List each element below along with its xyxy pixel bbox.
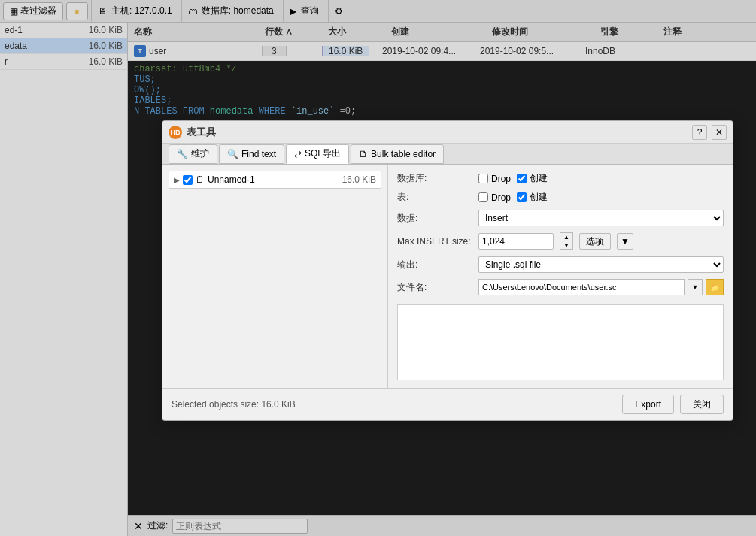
data-select[interactable]: Insert Replace Ignore Delete — [478, 210, 724, 226]
output-select[interactable]: Single .sql file Multiple .sql files — [478, 256, 724, 273]
table-create-group: 创建 — [517, 191, 548, 204]
dialog-tree-item[interactable]: ▶ 🗒 Unnamed-1 16.0 KiB — [169, 171, 381, 189]
form-table-label: 表: — [397, 191, 472, 204]
dialog-body: ▶ 🗒 Unnamed-1 16.0 KiB 数据库: Drop — [162, 165, 733, 388]
tab-maintenance[interactable]: 🔧 维护 — [169, 144, 217, 164]
table-drop-label: Drop — [491, 192, 511, 203]
file-dropdown-btn[interactable]: ▼ — [688, 279, 703, 295]
dialog-right-panel: 数据库: Drop 创建 表: — [388, 165, 733, 388]
db-create-group: 创建 — [517, 172, 548, 185]
spinner-up-btn[interactable]: ▲ — [560, 233, 572, 241]
footer-buttons: Export 关闭 — [622, 395, 724, 414]
expand-arrow-icon[interactable]: ▶ — [174, 176, 180, 184]
tab-sql-export[interactable]: ⇄ SQL导出 — [286, 144, 349, 164]
search-icon-tab: 🔍 — [227, 149, 238, 159]
file-input-row: ▼ 📁 — [478, 279, 724, 295]
form-db-controls: Drop 创建 — [478, 172, 724, 185]
options-btn[interactable]: 选项 — [579, 233, 611, 250]
dialog-title: 表工具 — [187, 126, 688, 139]
form-output-label: 输出: — [397, 259, 472, 271]
dialog-left-panel: ▶ 🗒 Unnamed-1 16.0 KiB — [162, 165, 388, 388]
form-db-label: 数据库: — [397, 172, 472, 185]
table-icon-tree: 🗒 — [196, 174, 205, 185]
table-create-checkbox[interactable] — [517, 192, 527, 202]
form-row-database: 数据库: Drop 创建 — [397, 172, 724, 185]
form-row-data: 数据: Insert Replace Ignore Delete — [397, 210, 724, 226]
selected-objects-info: Selected objects size: 16.0 KiB — [172, 399, 296, 410]
dialog-tabs: 🔧 维护 🔍 Find text ⇄ SQL导出 🗋 Bulk table ed… — [162, 144, 733, 165]
form-row-max-insert: Max INSERT size: ▲ ▼ 选项 ▼ — [397, 232, 724, 250]
table-create-label: 创建 — [530, 191, 548, 204]
tree-item-name: Unnamed-1 — [208, 174, 255, 185]
form-row-table: 表: Drop 创建 — [397, 191, 724, 204]
options-dropdown-btn[interactable]: ▼ — [617, 233, 633, 250]
db-drop-group: Drop — [478, 174, 511, 184]
form-file-label: 文件名: — [397, 281, 472, 294]
form-table-controls: Drop 创建 — [478, 191, 724, 204]
dialog-close-btn[interactable]: ✕ — [712, 125, 727, 140]
tree-item-checkbox[interactable] — [183, 175, 193, 185]
dialog-footer: Selected objects size: 16.0 KiB Export 关… — [162, 388, 733, 420]
form-max-insert-label: Max INSERT size: — [397, 236, 472, 247]
spinner-down-btn[interactable]: ▼ — [560, 241, 572, 250]
tab-bulk-editor[interactable]: 🗋 Bulk table editor — [351, 144, 444, 164]
tree-item-size: 16.0 KiB — [342, 174, 376, 185]
close-btn[interactable]: 关闭 — [680, 395, 724, 414]
file-browse-btn[interactable]: 📁 — [706, 279, 724, 295]
db-create-checkbox[interactable] — [517, 174, 527, 183]
dialog-title-icon: HB — [169, 126, 182, 139]
spinner: ▲ ▼ — [560, 232, 573, 250]
dialog-titlebar: HB 表工具 ? ✕ — [162, 121, 733, 144]
max-insert-input[interactable] — [478, 233, 554, 250]
arrows-icon: ⇄ — [294, 149, 302, 159]
modal-overlay: HB 表工具 ? ✕ 🔧 维护 🔍 Find text ⇄ SQL导出 🗋 Bu… — [0, 0, 756, 536]
db-drop-label: Drop — [491, 174, 511, 184]
sql-preview-area[interactable] — [397, 304, 724, 380]
export-btn[interactable]: Export — [622, 395, 674, 414]
table-drop-group: Drop — [478, 192, 511, 203]
table-edit-icon: 🗋 — [359, 149, 368, 159]
file-path-input[interactable] — [478, 279, 685, 295]
tab-find-text[interactable]: 🔍 Find text — [219, 144, 284, 164]
form-row-output: 输出: Single .sql file Multiple .sql files — [397, 256, 724, 273]
form-data-label: 数据: — [397, 212, 472, 225]
table-drop-checkbox[interactable] — [478, 192, 488, 202]
dialog-help-btn[interactable]: ? — [692, 125, 707, 140]
export-dialog: HB 表工具 ? ✕ 🔧 维护 🔍 Find text ⇄ SQL导出 🗋 Bu… — [162, 120, 733, 421]
db-create-label: 创建 — [530, 172, 548, 185]
wrench-icon: 🔧 — [177, 149, 188, 159]
form-row-filename: 文件名: ▼ 📁 — [397, 279, 724, 295]
db-drop-checkbox[interactable] — [478, 174, 488, 183]
